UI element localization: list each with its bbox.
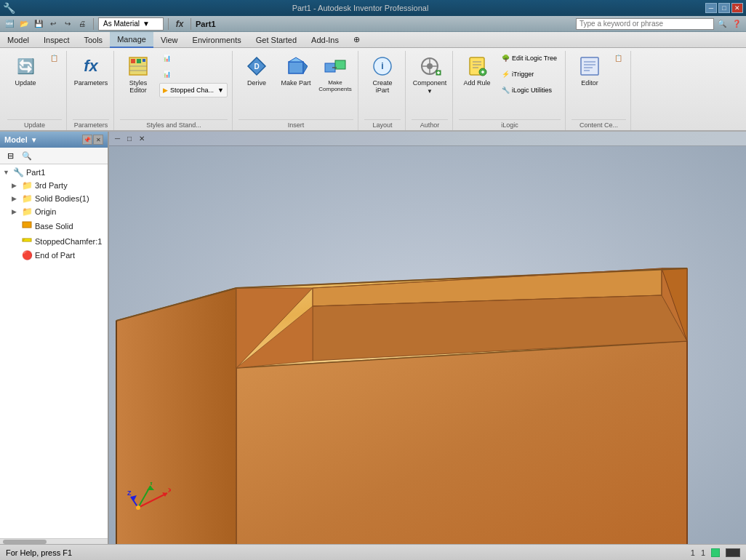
create-ipart-icon: i <box>371 55 394 78</box>
new-button[interactable]: 🆕 <box>3 17 16 31</box>
model-panel: Model ▼ 📌 ✕ ⊟ 🔍 ▼ 🔧 Part1 ▶ 📁 <box>0 132 109 544</box>
model-filter-button[interactable]: ⊟ <box>3 149 17 162</box>
separator3 <box>190 18 191 30</box>
tree-item-end-of-part[interactable]: ▶ 🔴 End of Part <box>0 249 108 262</box>
undo-button[interactable]: ↩ <box>47 17 60 31</box>
component-label: Component <box>413 79 447 87</box>
menu-add-ins[interactable]: Add-Ins <box>304 32 346 48</box>
model-panel-scrollbar[interactable] <box>0 538 108 544</box>
menu-tools[interactable]: Tools <box>76 32 110 48</box>
ribbon-group-styles-content: Styles Editor 📊 📊 ▶ Stopped Cha... ▼ <box>120 51 228 118</box>
itrigger-label: iTrigger <box>512 71 534 78</box>
cc-group-label: Content Ce... <box>571 119 626 130</box>
tree-expand-stopped-chamfer[interactable]: ▶ <box>12 238 20 245</box>
editor-icon <box>578 55 601 78</box>
make-part-label: Make Part <box>281 79 310 87</box>
tree-item-part1[interactable]: ▼ 🔧 Part1 <box>0 166 108 179</box>
search-button[interactable]: 🔍 <box>715 17 729 31</box>
title-bar-left: 🔧 <box>3 2 15 14</box>
cc-small-btn[interactable]: 📋 <box>611 51 626 65</box>
fx-button[interactable]: fx <box>173 17 186 31</box>
model-expand-icon[interactable]: ▼ <box>31 136 38 144</box>
ribbon-group-ilogic-content: Add Rule 🌳 Edit iLogic Tree ⚡ iTrigger 🔧… <box>459 51 561 118</box>
status-num2: 1 <box>701 548 705 557</box>
model-panel-pin-button[interactable]: 📌 <box>82 135 92 145</box>
create-ipart-label: Create iPart <box>366 79 398 94</box>
tree-item-solid-bodies[interactable]: ▶ 📁 Solid Bodies(1) <box>0 192 108 205</box>
model-tree: ▼ 🔧 Part1 ▶ 📁 3rd Party ▶ 📁 Solid Bodies… <box>0 164 108 538</box>
component-button[interactable]: Component ▼ <box>412 51 448 102</box>
itrigger-button[interactable]: ⚡ iTrigger <box>498 67 561 81</box>
3d-model-view <box>109 146 746 544</box>
minimize-button[interactable]: ─ <box>705 3 717 13</box>
model-panel-scroll-thumb[interactable] <box>3 540 47 544</box>
tree-expand-end-of-part[interactable]: ▶ <box>12 252 20 259</box>
update-button[interactable]: 🔄 Update <box>7 51 44 102</box>
styles-editor-button[interactable]: Styles Editor <box>120 51 156 102</box>
tree-expand-solid-bodies[interactable]: ▶ <box>12 195 20 202</box>
cc-small-icon: 📋 <box>614 55 622 62</box>
tree-item-base-solid[interactable]: ▶ Base Solid <box>0 218 108 233</box>
ilogic-utilities-label: iLogic Utilities <box>512 87 552 94</box>
parameters-button[interactable]: fx Parameters <box>73 51 109 102</box>
menu-environments[interactable]: Environments <box>185 32 249 48</box>
ilogic-utilities-button[interactable]: 🔧 iLogic Utilities <box>498 83 561 97</box>
create-ipart-button[interactable]: i Create iPart <box>364 51 401 102</box>
tree-expand-origin[interactable]: ▶ <box>12 208 20 215</box>
open-button[interactable]: 📂 <box>17 17 31 31</box>
dropdown-arrow[interactable]: ▼ <box>143 20 150 28</box>
layout-group-label: Layout <box>364 119 401 130</box>
restore-button[interactable]: □ <box>718 3 730 13</box>
menu-get-started[interactable]: Get Started <box>249 32 304 48</box>
add-rule-button[interactable]: Add Rule <box>459 51 495 102</box>
viewport-restore-btn[interactable]: □ <box>124 134 135 143</box>
styles-small-btn2[interactable]: 📊 <box>159 67 228 81</box>
edit-ilogic-tree-button[interactable]: 🌳 Edit iLogic Tree <box>498 51 561 65</box>
itrigger-icon: ⚡ <box>502 71 510 78</box>
viewport[interactable]: ─ □ ✕ FRONT <box>109 132 746 544</box>
viewport-controls-left: ─ □ ✕ <box>112 134 148 143</box>
tree-item-stopped-chamfer[interactable]: ▶ StoppedChamfer:1 <box>0 233 108 249</box>
svg-rect-3 <box>143 59 145 62</box>
close-button[interactable]: ✕ <box>731 3 743 13</box>
styles-small-icon1: 📊 <box>163 55 171 62</box>
tree-expand-base-solid[interactable]: ▶ <box>12 223 20 230</box>
styles-col: 📊 📊 ▶ Stopped Cha... ▼ <box>159 51 228 97</box>
viewport-close-btn[interactable]: ✕ <box>136 134 148 143</box>
update-col: 📋 <box>47 51 62 65</box>
save-button[interactable]: 💾 <box>32 17 45 31</box>
stopped-chamfer-dropdown[interactable]: ▶ Stopped Cha... ▼ <box>159 83 228 97</box>
ribbon: 🔄 Update 📋 Update fx Parameters Paramete <box>0 48 746 132</box>
make-part-button[interactable]: Make Part <box>278 51 314 102</box>
material-dropdown[interactable]: As Material ▼ <box>98 17 164 31</box>
ribbon-group-layout: i Create iPart Layout <box>360 51 406 130</box>
styles-small-btn1[interactable]: 📊 <box>159 51 228 65</box>
ribbon-group-params-content: fx Parameters <box>73 51 109 118</box>
model-panel-header: Model ▼ 📌 ✕ <box>0 132 108 148</box>
menu-inspect[interactable]: Inspect <box>36 32 76 48</box>
model-panel-close-button[interactable]: ✕ <box>93 135 103 145</box>
svg-text:D: D <box>254 63 259 71</box>
viewport-minimize-btn[interactable]: ─ <box>112 134 123 143</box>
update-small-btn[interactable]: 📋 <box>47 51 62 65</box>
print-button[interactable]: 🖨 <box>76 17 89 31</box>
menu-view[interactable]: View <box>153 32 185 48</box>
tree-item-3rdparty[interactable]: ▶ 📁 3rd Party <box>0 179 108 192</box>
search-input[interactable] <box>576 18 714 30</box>
tree-expand-part1[interactable]: ▼ <box>3 169 12 176</box>
make-components-label: Make Components <box>318 79 351 92</box>
menu-model[interactable]: Model <box>0 32 36 48</box>
redo-button[interactable]: ↪ <box>61 17 74 31</box>
model-search-button[interactable]: 🔍 <box>20 149 34 162</box>
menu-manage[interactable]: Manage <box>110 32 153 48</box>
tree-item-origin[interactable]: ▶ 📁 Origin <box>0 205 108 218</box>
chamfer-arrow[interactable]: ▼ <box>217 87 224 94</box>
axes-indicator: X Y Z <box>127 482 171 519</box>
component-arrow[interactable]: ▼ <box>427 88 433 95</box>
tree-expand-3rdparty[interactable]: ▶ <box>12 182 20 189</box>
derive-button[interactable]: D Derive <box>238 51 275 102</box>
menu-more[interactable]: ⊕ <box>346 32 367 48</box>
editor-button[interactable]: Editor <box>571 51 608 102</box>
help-button[interactable]: ❓ <box>730 17 743 31</box>
make-components-button[interactable]: Make Components <box>317 51 353 102</box>
